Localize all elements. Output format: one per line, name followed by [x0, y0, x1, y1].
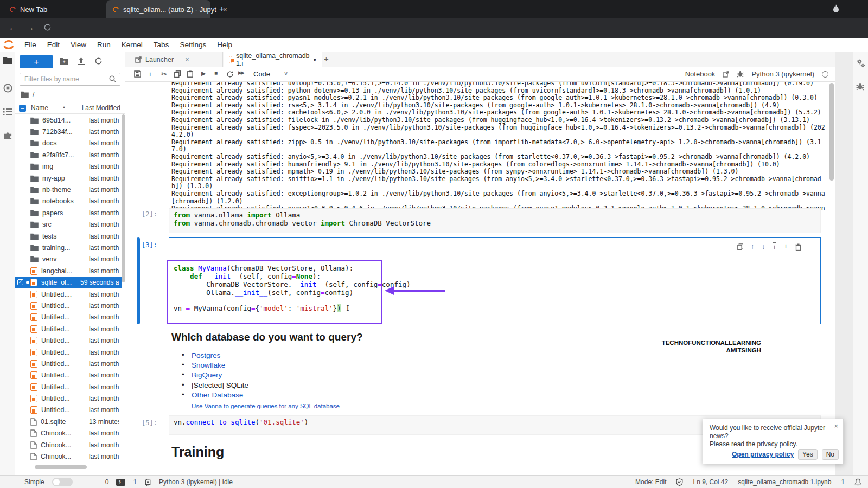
table-of-contents-icon[interactable]	[3, 108, 12, 115]
file-row[interactable]: ✓ 01.sqlite 13 minutes ago	[15, 416, 122, 427]
file-row[interactable]: ✓ tests last month	[15, 230, 122, 242]
news-yes-button[interactable]: Yes	[798, 449, 818, 460]
property-inspector-icon[interactable]	[856, 59, 866, 68]
paste-cells-icon[interactable]	[187, 70, 193, 78]
markdown-note-link[interactable]: Use Vanna to generate queries for any SQ…	[192, 403, 340, 409]
file-row[interactable]: ✓ Untitled... last month	[15, 404, 122, 416]
file-row[interactable]: ✓ Untitled... last month	[15, 370, 122, 381]
column-name[interactable]: Name	[31, 104, 48, 112]
open-privacy-policy-link[interactable]: Open privacy policy	[732, 451, 794, 458]
restart-run-all-icon[interactable]: ▶▶	[238, 70, 244, 75]
menu-help[interactable]: Help	[212, 41, 238, 49]
close-tab-icon[interactable]: ×	[185, 56, 189, 63]
menu-settings[interactable]: Settings	[174, 41, 212, 49]
filter-files-input[interactable]: Filter files by name	[20, 73, 120, 86]
file-row[interactable]: ✓ papers last month	[15, 207, 122, 219]
file-browser-icon[interactable]	[3, 56, 12, 64]
file-row[interactable]: ✓ Chinook... last month	[15, 451, 122, 462]
file-row[interactable]: ✓ sqlite_ol... 59 seconds ago	[15, 277, 122, 288]
chevron-down-icon[interactable]: ∨	[284, 70, 288, 77]
reload-icon[interactable]	[43, 23, 52, 31]
file-row[interactable]: ✓ Untitled... last month	[15, 300, 122, 311]
bell-icon[interactable]	[854, 478, 861, 486]
column-last-modified[interactable]: Last Modified	[82, 104, 120, 112]
insert-cell-below-icon[interactable]: +	[784, 242, 788, 251]
file-row[interactable]: ✓ Chinook... last month	[15, 428, 122, 439]
forward-icon[interactable]: →	[26, 23, 34, 32]
browser-tab-new-tab[interactable]: New Tab	[3, 0, 54, 18]
menu-file[interactable]: File	[19, 41, 42, 49]
row-checkbox-icon[interactable]: ✓	[17, 279, 23, 285]
file-row[interactable]: ✓ my-app last month	[15, 172, 122, 184]
file-row[interactable]: ✓ 712b34f... last month	[15, 126, 122, 137]
file-row[interactable]: ✓ venv last month	[15, 254, 122, 265]
code-cell-2[interactable]: from vanna.ollama import Ollamafrom vann…	[169, 208, 821, 233]
breadcrumb[interactable]: /	[21, 90, 35, 98]
trust-shield-icon[interactable]	[676, 478, 683, 486]
simple-mode-toggle[interactable]	[52, 478, 73, 486]
cut-cells-icon[interactable]: ✂	[161, 70, 167, 78]
cell-type-dropdown[interactable]: Code	[253, 70, 270, 78]
tab-notebook[interactable]: sqlite_ollama_chromadb 1.i ●	[224, 52, 322, 67]
running-kernels-icon[interactable]	[3, 84, 12, 93]
kernel-name[interactable]: Python 3 (ipykernel)	[751, 70, 814, 78]
menu-tabs[interactable]: Tabs	[148, 41, 175, 49]
breadcrumb-root[interactable]: /	[33, 90, 35, 98]
interrupt-kernel-icon[interactable]: ■	[214, 70, 218, 76]
file-row[interactable]: ✓ langchai... last month	[15, 265, 122, 277]
file-row[interactable]: ✓ Untitled... last month	[15, 346, 122, 358]
move-cell-down-icon[interactable]: ↓	[762, 243, 765, 251]
notebook-tools-label[interactable]: Notebook	[685, 70, 716, 78]
file-row[interactable]: ✓ notebooks last month	[15, 196, 122, 207]
file-row[interactable]: ✓ training... last month	[15, 242, 122, 253]
refresh-icon[interactable]	[94, 57, 103, 65]
move-cell-up-icon[interactable]: ↑	[751, 243, 754, 251]
extension-manager-icon[interactable]	[3, 131, 12, 140]
insert-cell-icon[interactable]: +	[148, 70, 152, 78]
menu-edit[interactable]: Edit	[42, 41, 65, 49]
close-icon[interactable]: ×	[834, 422, 838, 430]
menu-run[interactable]: Run	[92, 41, 116, 49]
browser-tab-notebook[interactable]: sqlite_ollam... (auto-Z) - Jupyt ×	[106, 0, 210, 18]
kernel-status-icon[interactable]	[822, 71, 828, 78]
database-link[interactable]: BigQuery	[182, 371, 248, 381]
new-launcher-button[interactable]: +	[20, 55, 53, 68]
file-row[interactable]: ✓ Untitled... last month	[15, 335, 122, 346]
file-list-horizontal-scrollbar[interactable]	[35, 465, 87, 469]
file-row[interactable]: ✓ src last month	[15, 219, 122, 230]
duplicate-cell-icon[interactable]	[737, 243, 743, 250]
new-folder-icon[interactable]: +	[60, 57, 68, 65]
notebook-vertical-scrollbar[interactable]	[829, 83, 834, 181]
database-link[interactable]: Postgres	[182, 351, 248, 361]
file-row[interactable]: ✓ Untitled... last month	[15, 312, 122, 323]
file-row[interactable]: ✓ 695d14... last month	[15, 114, 122, 126]
debugger-bug-icon[interactable]	[856, 82, 864, 91]
back-icon[interactable]: ←	[9, 23, 17, 32]
editor-mode[interactable]: Mode: Edit	[635, 478, 666, 486]
run-cell-icon[interactable]: ▶	[201, 70, 206, 77]
new-tab-icon[interactable]: +	[324, 54, 329, 63]
insert-cell-above-icon[interactable]: +	[773, 242, 776, 251]
cursor-position[interactable]: Ln 9, Col 42	[693, 478, 728, 486]
external-link-icon[interactable]	[723, 71, 729, 78]
menu-kernel[interactable]: Kernel	[116, 41, 148, 49]
save-icon[interactable]	[134, 70, 141, 78]
terminal-count[interactable]: 0	[105, 478, 109, 486]
browser-new-tab-button[interactable]: +	[216, 4, 228, 16]
file-row[interactable]: ✓ Untitled... last month	[15, 358, 122, 369]
file-row[interactable]: ✓ docs last month	[15, 138, 122, 149]
copy-cells-icon[interactable]	[174, 70, 181, 78]
kernel-status-text[interactable]: Python 3 (ipykernel) | Idle	[159, 478, 233, 486]
file-row[interactable]: ✓ Untitled.... last month	[15, 288, 122, 300]
delete-cell-icon[interactable]	[795, 243, 801, 251]
tab-launcher[interactable]: Launcher ×	[130, 52, 223, 67]
news-no-button[interactable]: No	[822, 449, 839, 460]
database-link[interactable]: Other Database	[182, 391, 248, 401]
file-row[interactable]: ✓ Untitled... last month	[15, 381, 122, 393]
file-row[interactable]: ✓ Untitled... last month	[15, 393, 122, 404]
kernel-count[interactable]: 1	[133, 478, 137, 486]
upload-icon[interactable]	[77, 57, 85, 65]
debugger-bug-icon[interactable]	[737, 70, 744, 78]
file-row[interactable]: ✓ img last month	[15, 161, 122, 172]
database-link[interactable]: Snowflake	[182, 361, 248, 371]
